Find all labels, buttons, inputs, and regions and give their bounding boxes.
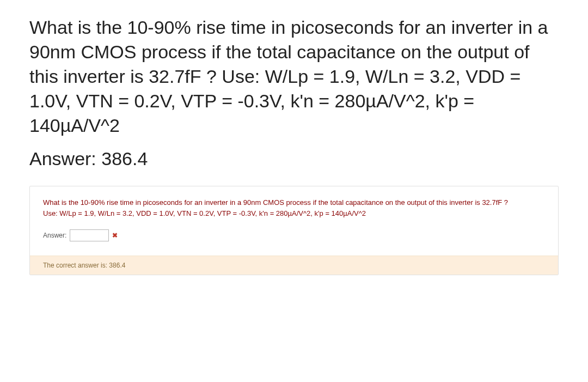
quiz-body: What is the 10-90% rise time in picoseco… bbox=[30, 186, 558, 256]
incorrect-icon: ✖ bbox=[112, 232, 118, 239]
answer-row: Answer: ✖ bbox=[43, 229, 545, 241]
quiz-box: What is the 10-90% rise time in picoseco… bbox=[29, 186, 559, 275]
feedback-bar: The correct answer is: 386.4 bbox=[30, 256, 558, 275]
quiz-question-line1: What is the 10-90% rise time in picoseco… bbox=[43, 198, 508, 207]
quiz-question-line2: Use: W/Lp = 1.9, W/Ln = 3.2, VDD = 1.0V,… bbox=[43, 208, 545, 219]
answer-input[interactable] bbox=[70, 229, 109, 241]
answer-heading: Answer: 386.4 bbox=[29, 148, 559, 169]
page-container: What is the 10-90% rise time in picoseco… bbox=[0, 0, 588, 286]
question-text: What is the 10-90% rise time in picoseco… bbox=[29, 15, 559, 137]
answer-label: Answer: bbox=[43, 232, 66, 239]
quiz-question: What is the 10-90% rise time in picoseco… bbox=[43, 197, 545, 219]
